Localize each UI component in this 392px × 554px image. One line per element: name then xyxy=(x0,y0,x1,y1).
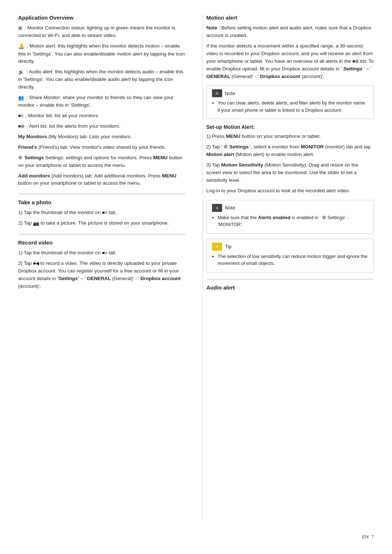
motion-note-prefix: Note xyxy=(207,25,217,30)
note-box-2: ≡ Note Make sure that the Alerts enabled… xyxy=(207,200,374,234)
motion-para1-settings: Settings xyxy=(343,66,363,71)
setup-step1: 1) Press MENU button on your smartphone … xyxy=(207,133,374,140)
setup-step4: Log-in to your Dropbox account to look a… xyxy=(207,187,374,195)
setup-step2: 2) Tap ' ⚙ Settings ', select a monitor … xyxy=(207,143,374,159)
alert-list-text: : Alert list: list the alerts from your … xyxy=(26,123,120,129)
settings-para: ⚙ Settings Settings: settings and option… xyxy=(18,154,186,169)
note-list-1: You can clear alerts, delete alerts, and… xyxy=(212,99,369,114)
setup-step1-text: 1) Press xyxy=(207,134,226,139)
monitor-list-icon-3: ■≡ xyxy=(102,250,107,255)
take-photo-step1-text: 1) Tap the thumbnail of the monitor on xyxy=(18,210,102,215)
record-dropbox: Dropbox account xyxy=(140,276,181,281)
record-step1-text: 1) Tap the thumbnail of the monitor on xyxy=(18,250,102,255)
tip-list: The selection of low sensitivity can red… xyxy=(212,253,369,267)
share-monitor-text: : Share Monitor: share your monitor to f… xyxy=(18,95,173,108)
record-general2: (General)' - ' xyxy=(112,276,139,281)
main-columns: Application Overview : Monitor Connectio… xyxy=(18,15,374,520)
motion-alert-title: Motion alert xyxy=(207,15,374,21)
record-video-section: Record video 1) Tap the thumbnail of the… xyxy=(18,239,186,290)
setup-step2-motion: Motion alert xyxy=(207,152,234,157)
setup-step1-menu: MENU xyxy=(226,134,241,139)
note-icon-1: ≡ xyxy=(212,89,222,97)
take-photo-step2: 2) Tap 📷 to take a picture. The picture … xyxy=(18,219,186,227)
note-item-1-0: You can clear alerts, delete alerts, and… xyxy=(218,99,369,114)
monitor-list-icon: ■≡ xyxy=(18,112,23,119)
take-photo-step1-end: tab. xyxy=(109,210,117,215)
monitor-connection-para: : Monitor Connection status: lighting up… xyxy=(18,24,186,40)
note-item-2-0: Make sure that the Alerts enabled is ena… xyxy=(218,214,369,228)
my-monitors-label: My Monitors xyxy=(18,134,47,139)
app-overview-title: Application Overview xyxy=(18,15,186,21)
note-icon-2: ≡ xyxy=(212,204,222,212)
take-photo-step2-end: to take a picture. The picture is stored… xyxy=(41,221,169,226)
setup-step2-monitor: MONITOR xyxy=(301,144,324,149)
record-settings: 'Settings' xyxy=(57,276,79,281)
alert-list-icon-2: ■⊙ xyxy=(352,59,359,64)
divider-right xyxy=(207,279,374,279)
take-photo-section: Take a photo 1) Tap the thumbnail of the… xyxy=(18,199,186,227)
setup-motion-title: Set-up Motion Alert: xyxy=(207,124,374,130)
setup-step3-motion: Motion Sensitivity xyxy=(221,162,264,168)
record-general: GENERAL xyxy=(87,276,111,281)
alert-list-para: ■⊙ : Alert list: list the alerts from yo… xyxy=(18,123,186,130)
motion-para1-dropbox: Dropbox account xyxy=(260,74,300,79)
note-header-2: ≡ Note xyxy=(212,204,369,212)
take-photo-step2-start: 2) Tap xyxy=(18,221,33,226)
tip-box: ✦ Tip The selection of low sensitivity c… xyxy=(207,239,374,272)
share-monitor-para: 👥 : Share Monitor: share your monitor to… xyxy=(18,94,186,109)
motion-note-text: : Before setting motion alert and audio … xyxy=(207,25,372,38)
left-column: Application Overview : Monitor Connectio… xyxy=(18,15,189,520)
note-label-1: Note xyxy=(225,91,236,96)
tip-header: ✦ Tip xyxy=(212,243,369,251)
motion-alert-section: Motion alert Note : Before setting motio… xyxy=(207,15,374,119)
settings-icon: ⚙ xyxy=(18,155,23,160)
alert-list-icon: ■⊙ xyxy=(18,123,24,130)
motion-para1-dash: ' – ' xyxy=(364,66,371,71)
my-monitors-para: My Monitors (My Monitors) tab: Lists you… xyxy=(18,133,186,141)
record-video-step2: 2) Tap ■◀ to record a video. The video i… xyxy=(18,260,186,290)
tip-icon: ✦ xyxy=(212,243,222,251)
settings-text: Settings: settings and options for monit… xyxy=(45,155,153,160)
record-video-step1: 1) Tap the thumbnail of the monitor on ■… xyxy=(18,249,186,257)
note-list-2: Make sure that the Alerts enabled is ena… xyxy=(212,214,369,228)
setup-step2-cont2: (monitor) tab and tap xyxy=(325,144,371,149)
my-monitors-text: (My Monitors) tab: Lists your monitors. xyxy=(48,134,132,139)
add-monitors-para: Add monitors (Add monitors) tab: Add add… xyxy=(18,172,186,188)
audio-alert-text: : Audio alert: this highlights when the … xyxy=(18,69,183,90)
add-menu-label: MENU xyxy=(162,173,176,178)
monitor-list-icon-2: ■≡ xyxy=(102,210,107,215)
friends-label: Friend's xyxy=(18,144,37,150)
setup-step2-end: (Motion alert) to enable motion alert. xyxy=(236,152,314,157)
motion-alert-para: 🔔 : Motion alert: this highlights when t… xyxy=(18,42,186,66)
note-label-2: Note xyxy=(225,205,236,210)
app-overview-section: Application Overview : Monitor Connectio… xyxy=(18,15,186,187)
setup-step3-text: 3) Tap xyxy=(207,162,221,168)
page-footer: EN 7 xyxy=(18,530,374,539)
settings-menu-label: MENU xyxy=(153,155,168,160)
settings-icon-2: ⚙ xyxy=(224,144,228,150)
divider-2 xyxy=(18,234,186,234)
add-monitors-label: Add monitors xyxy=(18,173,50,178)
page-number: 7 xyxy=(371,534,374,539)
take-photo-step1: 1) Tap the thumbnail of the monitor on ■… xyxy=(18,209,186,217)
tip-item-0: The selection of low sensitivity can red… xyxy=(218,253,369,267)
motion-para1-text: If the monitor detects a movement within… xyxy=(207,43,373,64)
note-header-1: ≡ Note xyxy=(212,89,369,97)
take-photo-title: Take a photo xyxy=(18,199,186,205)
setup-step3: 3) Tap Motion Sensitivity (Motion Sensit… xyxy=(207,161,374,184)
share-icon: 👥 xyxy=(18,94,24,102)
audio-alert-section: Audio alert xyxy=(207,284,374,291)
motion-para1-general: GENERAL xyxy=(207,74,230,79)
monitor-list-para: ■≡ : Monitor list: list all your monitor… xyxy=(18,112,186,120)
friends-text: (Friend's) tab: View monitor's video sha… xyxy=(38,144,166,150)
page-lang: EN xyxy=(362,534,368,539)
settings-label: Settings xyxy=(25,155,44,160)
record-step1-end: tab. xyxy=(109,250,117,255)
monitor-list-text: : Monitor list: list all your monitors. xyxy=(25,113,99,118)
camera-icon: 📷 xyxy=(33,220,39,226)
motion-alert-text: : Motion alert: this highlights when the… xyxy=(18,43,185,64)
setup-step1-end: button on your smartphone or tablet. xyxy=(242,134,321,139)
motion-para1: If the monitor detects a movement within… xyxy=(207,42,374,81)
audio-icon: 🔊 xyxy=(18,69,24,76)
audio-alert-para: 🔊 : Audio alert: this highlights when th… xyxy=(18,68,186,91)
